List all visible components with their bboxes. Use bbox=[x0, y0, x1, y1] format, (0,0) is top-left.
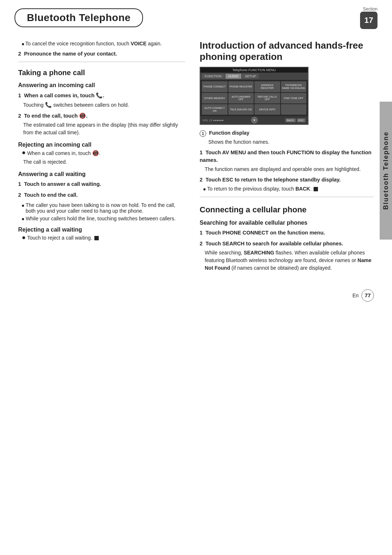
ss-bottom-bar: VOL 12 ●●●●●● ▼ BACK ESC bbox=[200, 116, 308, 124]
ss-tabs: FUNCTION AUDIO SETUP bbox=[200, 73, 308, 80]
answering-waiting-heading: Answering a call waiting bbox=[18, 171, 185, 177]
waiting-bullet-2: ■ While your callers hold the line, touc… bbox=[22, 216, 185, 221]
square-icon bbox=[94, 236, 99, 240]
reject-bullet: ● When a call comes in, touch 📵. bbox=[22, 150, 185, 156]
step-1-answer-title: 1 When a call comes in, touch 📞. bbox=[18, 91, 185, 100]
phone-in-icon-2: 📞 bbox=[45, 101, 52, 109]
bullet-dot-1: ● bbox=[22, 149, 26, 156]
bullet-square-2: ■ bbox=[22, 217, 24, 221]
ss-tab-function: FUNCTION bbox=[202, 74, 225, 79]
page-footer: En 77 bbox=[0, 286, 392, 309]
step-pronounce-title: 2 Pronounce the name of your contact. bbox=[18, 51, 117, 57]
circled-1-caption: 1 Function display bbox=[200, 130, 374, 136]
main-content: To cancel the voice recognition function… bbox=[0, 29, 392, 286]
step-1-phone-connect: 1 Touch PHONE CONNECT on the function me… bbox=[200, 229, 374, 237]
step-pronounce: 2 Pronounce the name of your contact. bbox=[18, 50, 185, 57]
side-tab: Bluetooth Telephone bbox=[380, 102, 392, 240]
ss-btn-address-register: ADDRESS REGISTER bbox=[254, 81, 280, 92]
page-title: Bluetooth Telephone bbox=[15, 8, 143, 27]
ss-btn-find-tone: FIND TONE OFF bbox=[281, 93, 307, 103]
reject-waiting-bullet: ● Touch to reject a call waiting. bbox=[22, 235, 185, 241]
side-tab-text: Bluetooth Telephone bbox=[382, 131, 390, 210]
footer-lang: En bbox=[352, 293, 359, 298]
step-2-waiting: 2 Touch to end the call. bbox=[18, 191, 185, 199]
ss-btn-tele-dialing: TELE DIALING ON bbox=[228, 104, 254, 115]
page-header: Bluetooth Telephone Section 17 bbox=[0, 0, 392, 29]
function-display-text: Shows the function names. bbox=[208, 138, 374, 146]
ss-btn-device-info: DEVICE INFO bbox=[254, 104, 280, 115]
searching-heading: Searching for available cellular phones bbox=[200, 220, 374, 226]
bullet-square-1: ■ bbox=[22, 203, 24, 208]
ss-right-btns: BACK ESC bbox=[285, 118, 306, 122]
ss-esc-btn: ESC bbox=[297, 118, 306, 122]
step-1-av-menu: 1 Touch AV MENU and then touch FUNCTION … bbox=[200, 149, 374, 174]
function-display-label: Function display bbox=[209, 130, 249, 136]
step-1-phone-connect-title: 1 Touch PHONE CONNECT on the function me… bbox=[200, 229, 374, 237]
rejecting-heading: Rejecting an incoming call bbox=[18, 142, 185, 148]
taking-heading: Taking a phone call bbox=[18, 69, 185, 77]
ss-btn-empty bbox=[281, 104, 307, 115]
ss-tab-setup: SETUP bbox=[242, 74, 259, 79]
right-column: Introduction of advanced hands-free phon… bbox=[200, 40, 374, 275]
section-number: 17 bbox=[360, 12, 377, 29]
ss-btn-auto-answer: AUTO ANSWER OFF bbox=[228, 93, 254, 103]
footer-page-number: 77 bbox=[362, 289, 374, 302]
ss-btn-other-memory: OTHER MEMORY bbox=[202, 93, 228, 103]
step-1-waiting: 1 Touch to answer a call waiting. bbox=[18, 180, 185, 188]
bullet-square-esc: ■ bbox=[203, 187, 206, 191]
waiting-bullet-1: ■ The caller you have been talking to is… bbox=[22, 202, 185, 214]
step-2-search-sub: While searching, SEARCHING flashes. When… bbox=[205, 249, 374, 272]
phone-in-icon: 📞 bbox=[96, 91, 103, 100]
rejecting-waiting-heading: Rejecting a call waiting bbox=[18, 227, 185, 233]
circled-num-1: 1 bbox=[200, 130, 206, 137]
screenshot-box: Telephone FUNCTION MENU FUNCTION AUDIO S… bbox=[200, 67, 309, 125]
reject-bullet-sub: The call is rejected. bbox=[23, 158, 185, 166]
ss-btn-phonebook: PHONEBOOK NAME VIA DIALING bbox=[281, 81, 307, 92]
step-1-av-menu-sub: The function names are displayed and ope… bbox=[205, 166, 374, 173]
section-label: Section bbox=[363, 7, 377, 12]
step-1-waiting-title: 1 Touch to answer a call waiting. bbox=[18, 180, 185, 188]
screenshot-inner: Telephone FUNCTION MENU FUNCTION AUDIO S… bbox=[200, 68, 308, 124]
divider-taking bbox=[18, 62, 185, 62]
bullet-dot-2: ● bbox=[22, 234, 26, 241]
divider-connecting bbox=[200, 197, 374, 197]
step-2-end: 2 To end the call, touch 📵. The estimate… bbox=[18, 112, 185, 136]
phone-end-icon: 📵 bbox=[79, 112, 86, 120]
ss-btn-phone-register: PHONE REGISTER bbox=[228, 81, 254, 92]
step-1-av-menu-title: 1 Touch AV MENU and then touch FUNCTION … bbox=[200, 149, 374, 165]
step-2-end-title: 2 To end the call, touch 📵. bbox=[18, 112, 185, 120]
ss-arrow-icon: ▼ bbox=[251, 117, 258, 123]
intro-bullet: To cancel the voice recognition function… bbox=[22, 40, 185, 48]
answering-heading: Answering an incoming call bbox=[18, 82, 185, 89]
ss-vol: VOL 12 ●●●●●● bbox=[203, 119, 224, 122]
ss-back-btn: BACK bbox=[285, 118, 296, 122]
ss-buttons-grid: PHONE CONNECT PHONE REGISTER ADDRESS REG… bbox=[200, 80, 308, 116]
ss-btn-auto-connect: AUTO CONNECT ON bbox=[202, 104, 228, 115]
step-2-esc-title: 2 Touch ESC to return to the telephone s… bbox=[200, 176, 374, 184]
step-2-search: 2 Touch SEARCH to search for available c… bbox=[200, 240, 374, 272]
step-2-end-sub: The estimated call time appears in the d… bbox=[23, 121, 185, 136]
ss-tab-audio: AUDIO bbox=[225, 74, 242, 79]
ss-btn-refuse-calls: REFUSE CALLS OFF bbox=[254, 93, 280, 103]
intro-heading: Introduction of advanced hands-free phon… bbox=[200, 40, 374, 62]
ss-title-bar: Telephone FUNCTION MENU bbox=[200, 68, 308, 73]
step-2-esc: 2 Touch ESC to return to the telephone s… bbox=[200, 176, 374, 192]
section-badge: Section 17 bbox=[360, 7, 377, 29]
step-1-answer: 1 When a call comes in, touch 📞. Touchin… bbox=[18, 91, 185, 109]
step-1-answer-sub: Touching 📞 switches between callers on h… bbox=[23, 101, 185, 109]
connecting-heading: Connecting a cellular phone bbox=[200, 205, 374, 215]
step-2-waiting-title: 2 Touch to end the call. bbox=[18, 191, 185, 199]
esc-bullet: ■ To return to the previous display, tou… bbox=[203, 186, 374, 192]
step-2-search-title: 2 Touch SEARCH to search for available c… bbox=[200, 240, 374, 248]
left-column: To cancel the voice recognition function… bbox=[18, 40, 185, 275]
phone-end-icon-2: 📵 bbox=[92, 150, 99, 156]
back-square-icon bbox=[314, 187, 318, 191]
ss-btn-phone-connect: PHONE CONNECT bbox=[202, 81, 228, 92]
